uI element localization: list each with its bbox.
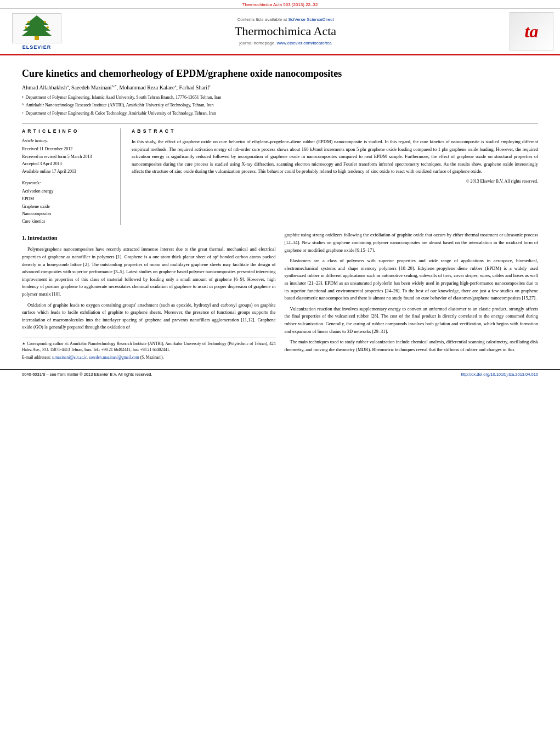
affil-c: c Department of Polymer Engineering & Co… — [22, 110, 538, 118]
journal-citation: Thermochimica Acta 563 (2013) 22–32 — [0, 0, 560, 8]
journal-name-area: Contents lists available at SciVerse Sci… — [67, 17, 504, 46]
abstract-text: In this study, the effect of graphene ox… — [132, 138, 538, 176]
journal-logo-box: ta — [510, 12, 553, 50]
elsevier-tree-logo — [12, 13, 61, 43]
homepage-link[interactable]: www.elsevier.com/locate/tca — [277, 41, 332, 46]
citation-text: Thermochimica Acta 563 (2013) 22–32 — [242, 2, 318, 7]
journal-logo-letters: ta — [525, 21, 539, 42]
email-line: E-mail addresses: s.mazinani@aut.ac.ir, … — [22, 354, 276, 360]
email1[interactable]: s.mazinani@aut.ac.ir — [52, 355, 87, 360]
keyword-4: Cure kinetics — [22, 218, 112, 225]
affiliations: a Department of Polymer Engineering, Isl… — [22, 94, 538, 118]
elsevier-logo: ELSEVIER — [7, 13, 67, 50]
corresponding-author-note: ∗ Corresponding author at: Amirkabir Nan… — [22, 341, 276, 352]
email2[interactable]: saeedeh.mazinani@gmail.com — [89, 355, 139, 360]
received-date: Received 11 December 2012 — [22, 145, 112, 153]
article-content: Cure kinetics and chemorheology of EPDM/… — [0, 55, 560, 369]
article-history-items: Received 11 December 2012 Received in re… — [22, 145, 112, 175]
keyword-3: Nanocomposites — [22, 210, 112, 218]
elsevier-tree-svg — [15, 14, 59, 42]
info-abstract-section: A R T I C L E I N F O Article history: R… — [22, 123, 538, 225]
email-suffix: (S. Mazinani). — [140, 355, 164, 360]
journal-title: Thermochimica Acta — [78, 24, 493, 38]
affil-c-text: Department of Polymer Engineering & Colo… — [25, 110, 216, 118]
intro-col2-para1: graphite using strong oxidizers followin… — [285, 231, 539, 254]
article-info-panel: A R T I C L E I N F O Article history: R… — [22, 128, 121, 225]
intro-para1: Polymer/graphene nanocomposites have rec… — [22, 246, 276, 298]
keywords-list: Activation energy EPDM Graphene oxide Na… — [22, 188, 112, 225]
footer-license: 0040-6031/$ – see front matter © 2013 El… — [22, 372, 152, 377]
sciverse-link[interactable]: SciVerse ScienceDirect — [288, 17, 333, 22]
page-footer: 0040-6031/$ – see front matter © 2013 El… — [0, 369, 560, 379]
affil-b: b Amirkabir Nanotechnology Research Inst… — [22, 102, 538, 110]
accepted-date: Accepted 3 April 2013 — [22, 160, 112, 168]
affil-a-text: Department of Polymer Engineering, Islam… — [25, 94, 221, 102]
affil-a: a Department of Polymer Engineering, Isl… — [22, 94, 538, 102]
body-col-left: 1. Introduction Polymer/graphene nanocom… — [22, 231, 276, 362]
header-main-row: ELSEVIER Contents lists available at Sci… — [0, 8, 560, 54]
online-date: Available online 17 April 2013 — [22, 168, 112, 176]
journal-logo-area: ta — [504, 12, 553, 50]
article-title: Cure kinetics and chemorheology of EPDM/… — [22, 67, 538, 80]
article-info-title: A R T I C L E I N F O — [22, 128, 112, 134]
svg-point-6 — [25, 26, 27, 29]
section1-title: 1. Introduction — [22, 234, 276, 242]
keyword-2: Graphene oxide — [22, 203, 112, 211]
copyright-line: © 2013 Elsevier B.V. All rights reserved… — [132, 179, 538, 184]
journal-header: Thermochimica Acta 563 (2013) 22–32 — [0, 0, 560, 55]
affil-b-text: Amirkabir Nanotechnology Research Instit… — [26, 102, 214, 110]
revised-date: Received in revised form 5 March 2013 — [22, 153, 112, 161]
svg-point-5 — [44, 21, 46, 23]
intro-para2: Oxidation of graphite leads to oxygen co… — [22, 302, 276, 331]
elsevier-logo-area: ELSEVIER — [7, 13, 67, 50]
keyword-0: Activation energy — [22, 188, 112, 195]
abstract-panel: A B S T R A C T In this study, the effec… — [132, 128, 538, 225]
article-history-label: Article history: — [22, 138, 112, 143]
svg-point-7 — [47, 26, 49, 29]
body-two-col: 1. Introduction Polymer/graphene nanocom… — [22, 231, 538, 362]
authors-line: Ahmad Allahbakhsha, Saeedeh Mazinanib,*,… — [22, 83, 538, 92]
footnotes: ∗ Corresponding author at: Amirkabir Nan… — [22, 337, 276, 361]
svg-point-4 — [27, 21, 30, 23]
abstract-title: A B S T R A C T — [132, 128, 538, 134]
intro-col2-para3: Vulcanization reaction that involves sup… — [285, 306, 539, 335]
footer-doi[interactable]: http://dx.doi.org/10.1016/j.tca.2013.04.… — [461, 372, 538, 377]
content-list-text: Contents lists available at SciVerse Sci… — [78, 17, 493, 22]
elsevier-wordmark: ELSEVIER — [22, 44, 52, 50]
page: Thermochimica Acta 563 (2013) 22–32 — [0, 0, 560, 741]
corresponding-note: ∗ Corresponding author at: Amirkabir Nan… — [22, 341, 276, 353]
intro-col2-para2: Elastomers are a class of polymers with … — [285, 257, 539, 302]
email-label: E-mail addresses: — [22, 355, 51, 360]
keyword-1: EPDM — [22, 195, 112, 203]
intro-col2-para4: The main techniques used to study rubber… — [285, 338, 539, 353]
body-col-right: graphite using strong oxidizers followin… — [285, 231, 539, 362]
journal-homepage-line: journal homepage: www.elsevier.com/locat… — [78, 41, 493, 46]
keywords-label: Keywords: — [22, 180, 112, 185]
